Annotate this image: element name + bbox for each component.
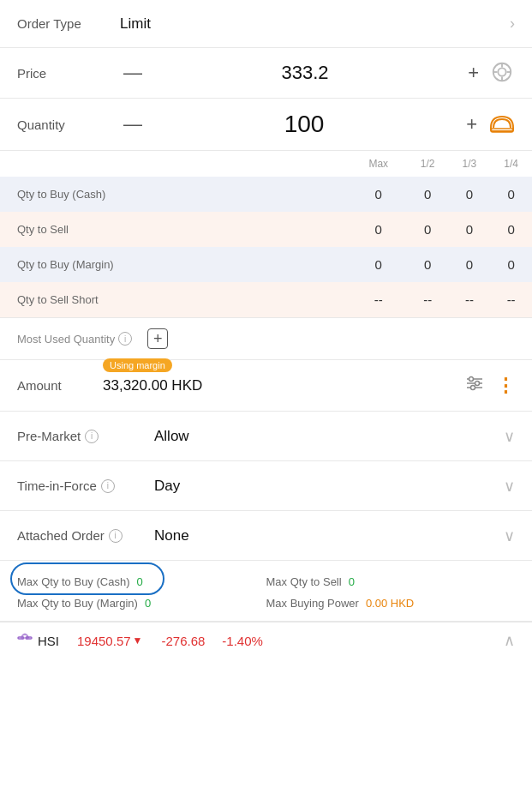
qty-buy-margin-third[interactable]: 0 bbox=[449, 247, 491, 282]
qty-buy-cash-label: Qty to Buy (Cash) bbox=[0, 177, 350, 212]
col-header-quarter[interactable]: 1/4 bbox=[490, 151, 532, 177]
order-type-label: Order Type bbox=[17, 16, 120, 31]
attached-order-label: Attached Order i bbox=[17, 528, 154, 543]
max-qty-buy-cash-stat-value: 0 bbox=[136, 575, 142, 588]
qty-buy-cash-half[interactable]: 0 bbox=[407, 177, 449, 212]
pre-market-info-icon[interactable]: i bbox=[85, 430, 99, 443]
order-type-chevron: › bbox=[510, 15, 515, 33]
qty-sell-short-third[interactable]: -- bbox=[449, 282, 491, 317]
ticker-symbol: HSI bbox=[17, 631, 69, 650]
qty-sell-third[interactable]: 0 bbox=[449, 212, 491, 247]
col-header-half[interactable]: 1/2 bbox=[407, 151, 449, 177]
stats-row-1: Max Qty to Buy (Cash) 0 Max Qty to Sell … bbox=[17, 573, 515, 591]
filter-icon[interactable] bbox=[465, 376, 484, 395]
max-qty-buy-cash-stat: Max Qty to Buy (Cash) 0 bbox=[17, 575, 266, 588]
max-qty-buy-cash-stat-label: Max Qty to Buy (Cash) bbox=[17, 575, 129, 588]
time-in-force-label: Time-in-Force i bbox=[17, 478, 154, 493]
max-qty-buy-margin-stat: Max Qty to Buy (Margin) 0 bbox=[17, 597, 266, 610]
qty-buy-cash-max[interactable]: 0 bbox=[350, 177, 407, 212]
max-buying-power-stat: Max Buying Power 0.00 HKD bbox=[266, 597, 516, 610]
margin-badge: Using margin bbox=[103, 358, 172, 372]
max-qty-sell-stat-label: Max Qty to Sell bbox=[266, 575, 342, 588]
amount-value: 33,320.00 HKD bbox=[103, 377, 202, 394]
qty-sell-short-label: Qty to Sell Short bbox=[0, 282, 350, 317]
col-header-label bbox=[0, 151, 350, 177]
quantity-increment-button[interactable]: + bbox=[463, 111, 481, 137]
qty-buy-cash-quarter[interactable]: 0 bbox=[490, 177, 532, 212]
attached-order-value: None bbox=[154, 527, 504, 544]
max-qty-sell-stat: Max Qty to Sell 0 bbox=[266, 575, 516, 588]
quantity-helmet-icon[interactable] bbox=[489, 112, 515, 137]
qty-sell-short-quarter[interactable]: -- bbox=[490, 282, 532, 317]
qty-buy-margin-row[interactable]: Qty to Buy (Margin) 0 0 0 0 bbox=[0, 247, 532, 282]
svg-point-12 bbox=[471, 386, 475, 390]
order-type-row[interactable]: Order Type Limit › bbox=[0, 0, 532, 48]
time-in-force-row[interactable]: Time-in-Force i Day ∨ bbox=[0, 461, 532, 511]
qty-buy-margin-quarter[interactable]: 0 bbox=[490, 247, 532, 282]
attached-order-chevron[interactable]: ∨ bbox=[504, 526, 515, 545]
quantity-row: Quantity — 100 + bbox=[0, 99, 532, 151]
quantity-decrement-button[interactable]: — bbox=[120, 111, 146, 137]
qty-buy-margin-half[interactable]: 0 bbox=[407, 247, 449, 282]
price-target-icon[interactable] bbox=[491, 61, 515, 85]
ticker-expand-icon[interactable]: ∧ bbox=[504, 631, 515, 650]
amount-icons: ⋮ bbox=[465, 375, 515, 397]
price-label: Price bbox=[17, 66, 120, 81]
pre-market-chevron[interactable]: ∨ bbox=[504, 427, 515, 446]
most-used-quantity-label: Most Used Quantity i bbox=[17, 332, 132, 346]
qty-sell-short-row[interactable]: Qty to Sell Short -- -- -- -- bbox=[0, 282, 532, 317]
qty-table-section: Max 1/2 1/3 1/4 Qty to Buy (Cash) 0 0 0 … bbox=[0, 151, 532, 318]
qty-sell-half[interactable]: 0 bbox=[407, 212, 449, 247]
amount-value-wrap: Using margin 33,320.00 HKD bbox=[103, 377, 465, 394]
most-used-quantity-add-button[interactable]: + bbox=[147, 328, 168, 349]
qty-sell-short-half[interactable]: -- bbox=[407, 282, 449, 317]
price-value[interactable]: 333.2 bbox=[146, 62, 464, 84]
attached-order-row[interactable]: Attached Order i None ∨ bbox=[0, 511, 532, 561]
svg-point-1 bbox=[498, 68, 505, 75]
qty-sell-short-max[interactable]: -- bbox=[350, 282, 407, 317]
amount-label: Amount bbox=[17, 378, 103, 393]
max-qty-sell-stat-value: 0 bbox=[349, 575, 355, 588]
ticker-pct: -1.40% bbox=[222, 634, 263, 648]
most-used-quantity-row: Most Used Quantity i + bbox=[0, 318, 532, 360]
qty-buy-cash-third[interactable]: 0 bbox=[449, 177, 491, 212]
price-down-arrow: ▼ bbox=[133, 635, 143, 647]
price-increment-button[interactable]: + bbox=[464, 60, 482, 86]
pre-market-value: Allow bbox=[154, 428, 504, 445]
time-in-force-info-icon[interactable]: i bbox=[101, 479, 115, 493]
max-buying-power-stat-label: Max Buying Power bbox=[266, 597, 359, 610]
qty-buy-margin-max[interactable]: 0 bbox=[350, 247, 407, 282]
pre-market-row[interactable]: Pre-Market i Allow ∨ bbox=[0, 412, 532, 461]
time-in-force-value: Day bbox=[154, 478, 504, 495]
qty-sell-max[interactable]: 0 bbox=[350, 212, 407, 247]
ticker-link-icon bbox=[17, 631, 33, 650]
more-options-icon[interactable]: ⋮ bbox=[496, 375, 515, 397]
qty-buy-margin-label: Qty to Buy (Margin) bbox=[0, 247, 350, 282]
max-qty-buy-margin-stat-value: 0 bbox=[145, 597, 151, 610]
qty-sell-quarter[interactable]: 0 bbox=[490, 212, 532, 247]
col-header-max[interactable]: Max bbox=[350, 151, 407, 177]
svg-point-10 bbox=[469, 377, 474, 382]
amount-row: Amount Using margin 33,320.00 HKD ⋮ bbox=[0, 360, 532, 412]
price-row: Price — 333.2 + bbox=[0, 48, 532, 99]
max-qty-buy-margin-stat-label: Max Qty to Buy (Margin) bbox=[17, 597, 138, 610]
attached-order-info-icon[interactable]: i bbox=[109, 529, 123, 543]
most-used-quantity-info-icon[interactable]: i bbox=[118, 332, 132, 346]
quantity-label: Quantity bbox=[17, 117, 120, 132]
footer-ticker[interactable]: HSI 19450.57 ▼ -276.68 -1.40% ∧ bbox=[0, 622, 532, 659]
stats-section: Max Qty to Buy (Cash) 0 Max Qty to Sell … bbox=[0, 561, 532, 622]
ticker-name: HSI bbox=[38, 634, 59, 648]
svg-point-11 bbox=[475, 382, 480, 386]
ticker-change: -276.68 bbox=[161, 634, 205, 648]
stats-row-2: Max Qty to Buy (Margin) 0 Max Buying Pow… bbox=[17, 594, 515, 612]
qty-sell-label: Qty to Sell bbox=[0, 212, 350, 247]
price-decrement-button[interactable]: — bbox=[120, 60, 146, 86]
qty-sell-row[interactable]: Qty to Sell 0 0 0 0 bbox=[0, 212, 532, 247]
max-buying-power-stat-value: 0.00 HKD bbox=[366, 597, 414, 610]
order-type-value: Limit bbox=[120, 15, 510, 33]
col-header-third[interactable]: 1/3 bbox=[449, 151, 491, 177]
time-in-force-chevron[interactable]: ∨ bbox=[504, 477, 515, 496]
qty-buy-cash-row[interactable]: Qty to Buy (Cash) 0 0 0 0 bbox=[0, 177, 532, 212]
ticker-price: 19450.57 ▼ bbox=[77, 634, 142, 648]
quantity-value[interactable]: 100 bbox=[146, 111, 463, 138]
